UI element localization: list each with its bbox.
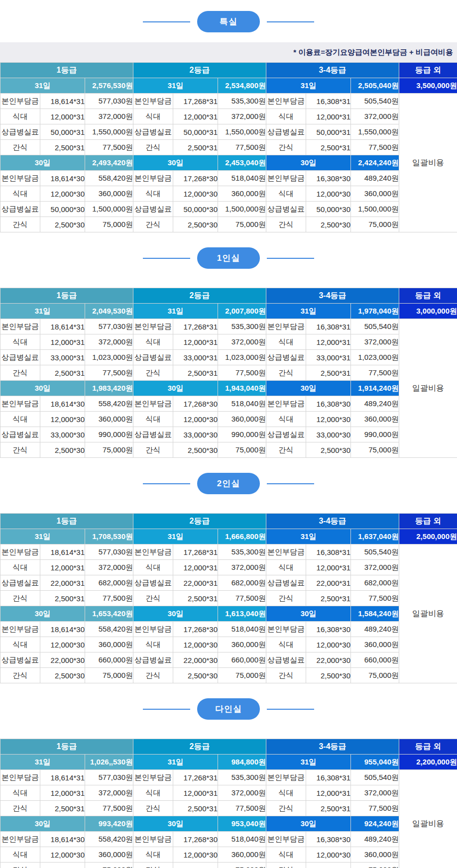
item-amount: 75,000원 [85, 217, 133, 232]
item-calc: 12,000*31 [40, 560, 85, 575]
outside-grade-header: 등급 외 [399, 739, 457, 755]
item-calc: 12,000*31 [306, 785, 351, 801]
item-calc: 17,268*30 [173, 171, 218, 186]
item-label: 식대 [133, 785, 173, 801]
item-amount: 489,240원 [351, 396, 399, 412]
item-calc: 22,000*31 [40, 575, 85, 591]
item-amount: 682,000원 [85, 575, 133, 591]
item-label: 본인부담금 [133, 832, 173, 847]
item-amount: 75,000원 [85, 863, 133, 868]
item-amount: 372,000원 [218, 785, 266, 801]
lump-sum-cell: 일괄비용 [399, 94, 457, 232]
outside-grade-header: 등급 외 [399, 63, 457, 78]
item-amount: 75,000원 [218, 863, 266, 868]
period-days: 30일 [266, 381, 351, 396]
item-calc: 12,000*31 [306, 109, 351, 124]
item-label: 상급병실료 [0, 124, 40, 140]
item-label: 간식 [133, 140, 173, 155]
grade-header: 3-4등급 [266, 63, 399, 78]
item-calc: 2,500*30 [173, 668, 218, 683]
item-label: 식대 [0, 785, 40, 801]
item-label: 식대 [266, 847, 306, 863]
decorative-line-right-icon [267, 709, 314, 710]
item-label: 상급병실료 [266, 124, 306, 140]
period-days: 31일 [133, 755, 218, 770]
item-amount: 558,420원 [85, 171, 133, 186]
grade-header: 1등급 [0, 288, 133, 304]
item-label: 간식 [0, 442, 40, 458]
item-calc: 22,000*30 [40, 652, 85, 668]
outside-grade-total: 3,500,000원 [399, 78, 457, 94]
item-amount: 372,000원 [85, 334, 133, 350]
item-amount: 77,500원 [218, 140, 266, 155]
item-amount: 535,300원 [218, 544, 266, 560]
item-label: 간식 [0, 801, 40, 816]
item-label: 식대 [133, 560, 173, 575]
decorative-line-right-icon [267, 483, 314, 484]
item-calc: 12,000*31 [40, 785, 85, 801]
item-calc: 12,000*30 [40, 412, 85, 427]
item-label: 본인부담금 [0, 94, 40, 109]
item-label: 간식 [133, 801, 173, 816]
grade-header: 2등급 [133, 63, 266, 78]
item-calc: 17,268*31 [173, 319, 218, 334]
section-multi-room: 다인실 1등급2등급3-4등급등급 외31일1,026,,530원31일984,… [0, 698, 457, 868]
item-calc: 50,000*31 [173, 124, 218, 140]
item-amount: 535,300원 [218, 770, 266, 785]
period-days: 30일 [266, 606, 351, 622]
period-days: 31일 [266, 529, 351, 544]
item-label: 간식 [133, 442, 173, 458]
item-label: 식대 [266, 785, 306, 801]
item-amount: 360,000원 [85, 637, 133, 652]
section-header: 특실 [0, 11, 457, 32]
item-amount: 558,420원 [85, 622, 133, 637]
grade-header: 2등급 [133, 514, 266, 529]
decorative-line-right-icon [267, 21, 314, 22]
item-amount: 77,500원 [351, 140, 399, 155]
period-days: 30일 [0, 816, 85, 832]
period-days: 30일 [0, 381, 85, 396]
item-label: 상급병실료 [266, 652, 306, 668]
item-amount: 489,240원 [351, 622, 399, 637]
item-label: 상급병실료 [0, 575, 40, 591]
item-calc: 18,614*31 [40, 770, 85, 785]
item-amount: 990,000원 [351, 427, 399, 442]
item-label: 상급병실료 [133, 652, 173, 668]
room-type-badge: 특실 [197, 11, 260, 32]
item-label: 간식 [266, 668, 306, 683]
item-label: 상급병실료 [0, 652, 40, 668]
item-label: 식대 [266, 412, 306, 427]
outside-grade-total: 3,000,000원 [399, 304, 457, 319]
period-total: 1,653,420원 [85, 606, 133, 622]
period-total: 2,424,240원 [351, 155, 399, 171]
item-amount: 1,023,000원 [218, 350, 266, 365]
item-label: 본인부담금 [133, 544, 173, 560]
item-label: 본인부담금 [0, 770, 40, 785]
item-amount: 1,023,000원 [351, 350, 399, 365]
item-calc: 16,308*31 [306, 544, 351, 560]
item-amount: 372,000원 [218, 560, 266, 575]
price-table: 1등급2등급3-4등급등급 외31일2,576,530원31일2,534,800… [0, 62, 457, 232]
room-type-badge: 2인실 [197, 473, 260, 494]
period-total: 1,026,,530원 [85, 755, 133, 770]
period-total: 1,943,040원 [218, 381, 266, 396]
period-days: 31일 [133, 78, 218, 94]
item-label: 상급병실료 [133, 202, 173, 217]
item-label: 식대 [266, 109, 306, 124]
period-days: 30일 [133, 606, 218, 622]
item-calc: 2,500*31 [306, 140, 351, 155]
decorative-line-left-icon [143, 709, 190, 710]
period-total: 2,007,800원 [218, 304, 266, 319]
item-calc: 12,000*30 [306, 637, 351, 652]
item-amount: 1,500,000원 [351, 202, 399, 217]
item-label: 간식 [133, 668, 173, 683]
item-label: 본인부담금 [133, 171, 173, 186]
period-total: 2,453,040원 [218, 155, 266, 171]
item-calc: 2,500*31 [173, 140, 218, 155]
item-amount: 1,550,000원 [85, 124, 133, 140]
item-label: 상급병실료 [266, 427, 306, 442]
period-days: 30일 [0, 155, 85, 171]
item-calc: 18,614*30 [40, 396, 85, 412]
item-calc: 2,500*31 [306, 591, 351, 606]
item-label: 상급병실료 [0, 427, 40, 442]
